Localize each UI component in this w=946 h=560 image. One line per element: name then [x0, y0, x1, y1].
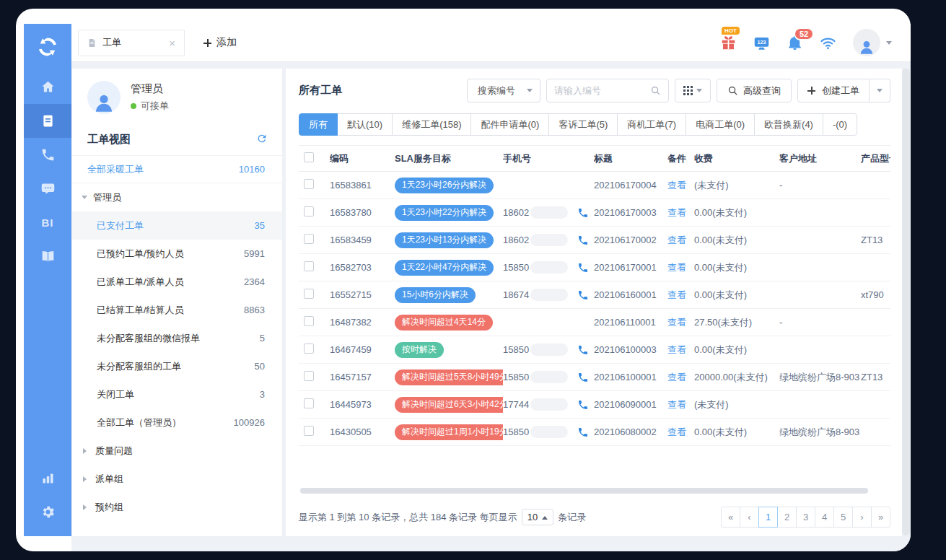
row-checkbox[interactable]	[304, 179, 314, 189]
table-row[interactable]: 16583861 1天23小时26分内解决 202106170004 查看 (未…	[299, 172, 890, 199]
sidebar-item-knowledge[interactable]	[24, 240, 71, 274]
view-parts-link[interactable]: 查看	[667, 289, 686, 300]
view-parts-link[interactable]: 查看	[667, 372, 686, 382]
order-title: 202106100001	[594, 372, 667, 382]
select-all-checkbox[interactable]	[304, 152, 314, 162]
filter-tab-repair[interactable]: 维修工单(158)	[392, 113, 471, 136]
advanced-search-button[interactable]: 高级查询	[717, 79, 792, 102]
view-item-settled[interactable]: 已结算工单/结算人员 8863	[72, 296, 282, 324]
view-parts-link[interactable]: 查看	[667, 180, 686, 191]
search-input[interactable]	[554, 85, 650, 96]
col-fee: 收费	[694, 152, 779, 165]
row-checkbox[interactable]	[304, 316, 314, 326]
page-last[interactable]: »	[871, 507, 890, 528]
view-parts-link[interactable]: 查看	[667, 344, 686, 355]
view-item-unassigned[interactable]: 未分配客服组的工单 50	[72, 352, 282, 380]
call-icon[interactable]	[577, 344, 589, 356]
call-icon[interactable]	[577, 207, 589, 219]
page-size-select[interactable]: 10	[522, 509, 553, 525]
table-row[interactable]: 16430505 解决时间超过1周1小时19分 15850 2021060800…	[299, 419, 890, 446]
search-type-select[interactable]: 搜索编号	[467, 79, 540, 102]
view-parts-link[interactable]: 查看	[667, 235, 686, 245]
table-row[interactable]: 16583780 1天23小时22分内解决 18602 202106170003…	[299, 199, 890, 227]
table-row[interactable]: 16457157 解决时间超过5天8小时49分 15850 2021061000…	[299, 364, 890, 391]
view-parts-link[interactable]: 查看	[667, 317, 686, 328]
sidebar-item-reports[interactable]	[24, 461, 71, 495]
columns-button[interactable]	[675, 79, 711, 102]
row-checkbox[interactable]	[304, 261, 314, 271]
sidebar-item-calls[interactable]	[24, 138, 71, 172]
page-5[interactable]: 5	[833, 507, 853, 528]
sidebar-item-messages[interactable]	[24, 172, 71, 206]
sidebar-item-bi[interactable]: BI	[24, 206, 71, 240]
view-group-quality[interactable]: 质量问题	[72, 437, 282, 465]
page-2[interactable]: 2	[777, 507, 797, 528]
wifi-icon[interactable]	[820, 35, 836, 51]
table-row[interactable]: 16552715 15小时6分内解决 18674 202106160001 查看…	[299, 281, 890, 309]
create-workorder-dropdown[interactable]	[870, 79, 890, 102]
call-icon[interactable]	[577, 426, 589, 438]
row-checkbox[interactable]	[304, 371, 314, 381]
call-icon[interactable]	[577, 399, 589, 411]
sidebar-item-settings[interactable]	[24, 495, 71, 529]
view-parts-link[interactable]: 查看	[667, 207, 686, 218]
add-tab-button[interactable]: 添加	[203, 36, 237, 49]
table-row[interactable]: 16445973 解决时间超过6天3小时42分 17744 2021060900…	[299, 391, 890, 419]
filter-tab-parts[interactable]: 配件申请单(0)	[470, 113, 549, 136]
page-title: 所有工单	[299, 84, 342, 97]
filter-tab-opportunity[interactable]: 商机工单(7)	[617, 113, 686, 136]
table-row[interactable]: 16487382 解决时间超过4天14分 202106110001 查看 27.…	[299, 309, 890, 336]
view-group-admin[interactable]: 管理员	[72, 183, 282, 211]
view-item-all-admin[interactable]: 全部工单（管理员） 100926	[72, 408, 282, 437]
tab-workorders[interactable]: 工单 ×	[78, 30, 185, 56]
row-checkbox[interactable]	[304, 426, 314, 436]
filter-tab-renewal[interactable]: 欧普换新(4)	[754, 113, 823, 136]
notifications-bell-icon[interactable]: 52	[787, 35, 803, 51]
vertical-scrollbar[interactable]	[902, 69, 910, 535]
filter-tab-complaint[interactable]: 客诉工单(5)	[548, 113, 618, 136]
sidebar-item-home[interactable]	[24, 70, 71, 104]
table-row[interactable]: 16467459 按时解决 15850 202106100003 查看 0.00…	[299, 336, 890, 364]
create-workorder-button[interactable]: 创建工单	[797, 79, 870, 102]
view-group-dispatch[interactable]: 派单组	[72, 465, 282, 493]
monitor-icon[interactable]: 123	[753, 35, 770, 51]
refresh-icon[interactable]	[256, 133, 268, 146]
user-menu[interactable]	[853, 29, 892, 56]
close-icon[interactable]: ×	[167, 38, 177, 48]
table-row[interactable]: 16583459 1天23小时13分内解决 18602 202106170002…	[299, 227, 890, 254]
row-checkbox[interactable]	[304, 289, 314, 299]
page-prev[interactable]: ‹	[740, 507, 759, 528]
call-icon[interactable]	[577, 372, 589, 383]
page-next[interactable]: ›	[852, 507, 872, 528]
table-row[interactable]: 16582703 1天22小时47分内解决 15850 202106170001…	[299, 254, 890, 281]
view-item-dispatched[interactable]: 已派单工单/派单人员 2364	[72, 268, 282, 296]
row-checkbox[interactable]	[304, 344, 314, 354]
page-3[interactable]: 3	[796, 507, 815, 528]
view-item-reserved[interactable]: 已预约工单/预约人员 5991	[72, 240, 282, 268]
call-icon[interactable]	[577, 289, 589, 301]
view-item-paid[interactable]: 已支付工单 35	[72, 211, 282, 240]
page-first[interactable]: «	[721, 507, 740, 528]
view-item-wechat-unassigned[interactable]: 未分配客服组的微信报单 5	[72, 324, 282, 352]
view-parts-link[interactable]: 查看	[667, 426, 686, 437]
filter-tab-all[interactable]: 所有	[299, 113, 338, 136]
view-group-reserve[interactable]: 预约组	[72, 493, 282, 521]
call-icon[interactable]	[577, 262, 589, 274]
call-icon[interactable]	[577, 235, 589, 246]
promotions-gift-icon[interactable]: HOT	[720, 35, 737, 51]
row-checkbox[interactable]	[304, 398, 314, 408]
sidebar-item-workorders[interactable]	[24, 104, 71, 138]
filter-tab-default[interactable]: 默认(10)	[337, 113, 393, 136]
horizontal-scrollbar[interactable]	[300, 488, 868, 494]
filter-tab-other[interactable]: -(0)	[823, 113, 857, 136]
row-checkbox[interactable]	[304, 206, 314, 216]
view-item-all-heating[interactable]: 全部采暖工单 10160	[72, 155, 282, 183]
view-parts-link[interactable]: 查看	[667, 399, 686, 410]
row-checkbox[interactable]	[304, 234, 314, 244]
filter-tab-ecommerce[interactable]: 电商工单(0)	[686, 113, 755, 136]
view-item-closed[interactable]: 关闭工单 3	[72, 380, 282, 408]
view-parts-link[interactable]: 查看	[667, 262, 686, 273]
page-1[interactable]: 1	[758, 507, 778, 528]
page-4[interactable]: 4	[815, 507, 834, 528]
search-field[interactable]	[546, 79, 669, 102]
